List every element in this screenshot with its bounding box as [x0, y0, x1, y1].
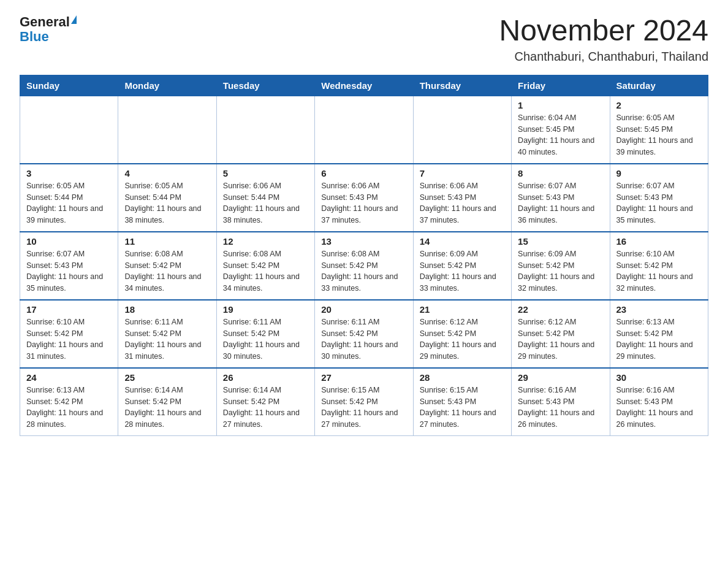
calendar-cell: 13Sunrise: 6:08 AM Sunset: 5:42 PM Dayli… — [315, 232, 413, 300]
cell-day-number: 19 — [223, 304, 308, 315]
cell-day-number: 7 — [420, 168, 505, 178]
calendar-cell: 12Sunrise: 6:08 AM Sunset: 5:42 PM Dayli… — [216, 232, 314, 300]
calendar-cell: 28Sunrise: 6:15 AM Sunset: 5:43 PM Dayli… — [413, 368, 511, 436]
page-header: General Blue November 2024 Chanthaburi, … — [20, 15, 708, 64]
cell-info-text: Sunrise: 6:05 AM Sunset: 5:44 PM Dayligh… — [26, 180, 112, 226]
day-header-thursday: Thursday — [413, 75, 511, 96]
cell-day-number: 26 — [223, 372, 308, 383]
cell-day-number: 20 — [321, 304, 406, 315]
calendar-cell: 25Sunrise: 6:14 AM Sunset: 5:42 PM Dayli… — [118, 368, 216, 436]
cell-info-text: Sunrise: 6:08 AM Sunset: 5:42 PM Dayligh… — [223, 248, 308, 294]
calendar-week-row: 1Sunrise: 6:04 AM Sunset: 5:45 PM Daylig… — [20, 96, 708, 164]
cell-info-text: Sunrise: 6:06 AM Sunset: 5:43 PM Dayligh… — [420, 180, 505, 226]
logo-blue-text: Blue — [20, 29, 49, 44]
calendar-cell: 14Sunrise: 6:09 AM Sunset: 5:42 PM Dayli… — [413, 232, 511, 300]
cell-info-text: Sunrise: 6:07 AM Sunset: 5:43 PM Dayligh… — [616, 180, 702, 226]
cell-day-number: 21 — [420, 304, 505, 315]
cell-info-text: Sunrise: 6:05 AM Sunset: 5:44 PM Dayligh… — [124, 180, 210, 226]
cell-info-text: Sunrise: 6:10 AM Sunset: 5:42 PM Dayligh… — [616, 248, 702, 294]
day-header-saturday: Saturday — [610, 75, 708, 96]
calendar-cell: 16Sunrise: 6:10 AM Sunset: 5:42 PM Dayli… — [610, 232, 708, 300]
cell-info-text: Sunrise: 6:14 AM Sunset: 5:42 PM Dayligh… — [223, 385, 308, 431]
cell-info-text: Sunrise: 6:11 AM Sunset: 5:42 PM Dayligh… — [321, 316, 406, 362]
cell-info-text: Sunrise: 6:16 AM Sunset: 5:43 PM Dayligh… — [616, 385, 702, 431]
cell-day-number: 8 — [518, 168, 603, 178]
calendar-cell — [216, 96, 314, 164]
calendar-cell: 9Sunrise: 6:07 AM Sunset: 5:43 PM Daylig… — [610, 164, 708, 232]
location-title: Chanthaburi, Chanthaburi, Thailand — [499, 50, 708, 64]
calendar-cell: 7Sunrise: 6:06 AM Sunset: 5:43 PM Daylig… — [413, 164, 511, 232]
month-title: November 2024 — [499, 15, 708, 47]
calendar-cell: 3Sunrise: 6:05 AM Sunset: 5:44 PM Daylig… — [20, 164, 118, 232]
logo-general-text: General — [20, 15, 70, 29]
logo: General Blue — [20, 15, 77, 44]
calendar-cell: 22Sunrise: 6:12 AM Sunset: 5:42 PM Dayli… — [512, 300, 610, 368]
calendar-cell: 17Sunrise: 6:10 AM Sunset: 5:42 PM Dayli… — [20, 300, 118, 368]
cell-day-number: 23 — [616, 304, 702, 315]
cell-info-text: Sunrise: 6:13 AM Sunset: 5:42 PM Dayligh… — [26, 385, 112, 431]
cell-day-number: 4 — [124, 168, 210, 178]
cell-info-text: Sunrise: 6:09 AM Sunset: 5:42 PM Dayligh… — [518, 248, 603, 294]
cell-info-text: Sunrise: 6:16 AM Sunset: 5:43 PM Dayligh… — [518, 385, 603, 431]
cell-day-number: 24 — [26, 372, 112, 383]
cell-info-text: Sunrise: 6:15 AM Sunset: 5:43 PM Dayligh… — [420, 385, 505, 431]
cell-day-number: 16 — [616, 236, 702, 247]
cell-info-text: Sunrise: 6:08 AM Sunset: 5:42 PM Dayligh… — [124, 248, 210, 294]
calendar-cell: 2Sunrise: 6:05 AM Sunset: 5:45 PM Daylig… — [610, 96, 708, 164]
cell-info-text: Sunrise: 6:08 AM Sunset: 5:42 PM Dayligh… — [321, 248, 406, 294]
calendar-cell: 21Sunrise: 6:12 AM Sunset: 5:42 PM Dayli… — [413, 300, 511, 368]
calendar-week-row: 10Sunrise: 6:07 AM Sunset: 5:43 PM Dayli… — [20, 232, 708, 300]
cell-day-number: 22 — [518, 304, 603, 315]
title-block: November 2024 Chanthaburi, Chanthaburi, … — [499, 15, 708, 64]
calendar-week-row: 3Sunrise: 6:05 AM Sunset: 5:44 PM Daylig… — [20, 164, 708, 232]
day-header-monday: Monday — [118, 75, 216, 96]
calendar-header-row: SundayMondayTuesdayWednesdayThursdayFrid… — [20, 75, 708, 96]
cell-info-text: Sunrise: 6:07 AM Sunset: 5:43 PM Dayligh… — [26, 248, 112, 294]
calendar-cell: 29Sunrise: 6:16 AM Sunset: 5:43 PM Dayli… — [512, 368, 610, 436]
day-header-wednesday: Wednesday — [315, 75, 413, 96]
calendar-cell — [315, 96, 413, 164]
cell-day-number: 30 — [616, 372, 702, 383]
cell-info-text: Sunrise: 6:06 AM Sunset: 5:43 PM Dayligh… — [321, 180, 406, 226]
calendar-cell: 5Sunrise: 6:06 AM Sunset: 5:44 PM Daylig… — [216, 164, 314, 232]
cell-info-text: Sunrise: 6:11 AM Sunset: 5:42 PM Dayligh… — [124, 316, 210, 362]
cell-day-number: 17 — [26, 304, 112, 315]
calendar-cell: 10Sunrise: 6:07 AM Sunset: 5:43 PM Dayli… — [20, 232, 118, 300]
cell-day-number: 13 — [321, 236, 406, 247]
calendar-table: SundayMondayTuesdayWednesdayThursdayFrid… — [20, 75, 708, 436]
calendar-cell: 27Sunrise: 6:15 AM Sunset: 5:42 PM Dayli… — [315, 368, 413, 436]
cell-info-text: Sunrise: 6:11 AM Sunset: 5:42 PM Dayligh… — [223, 316, 308, 362]
cell-info-text: Sunrise: 6:15 AM Sunset: 5:42 PM Dayligh… — [321, 385, 406, 431]
cell-day-number: 5 — [223, 168, 308, 178]
day-header-tuesday: Tuesday — [216, 75, 314, 96]
calendar-cell: 6Sunrise: 6:06 AM Sunset: 5:43 PM Daylig… — [315, 164, 413, 232]
calendar-cell: 23Sunrise: 6:13 AM Sunset: 5:42 PM Dayli… — [610, 300, 708, 368]
day-header-sunday: Sunday — [20, 75, 118, 96]
cell-day-number: 18 — [124, 304, 210, 315]
calendar-week-row: 17Sunrise: 6:10 AM Sunset: 5:42 PM Dayli… — [20, 300, 708, 368]
cell-info-text: Sunrise: 6:09 AM Sunset: 5:42 PM Dayligh… — [420, 248, 505, 294]
cell-day-number: 29 — [518, 372, 603, 383]
cell-day-number: 1 — [518, 100, 603, 110]
cell-day-number: 25 — [124, 372, 210, 383]
cell-day-number: 9 — [616, 168, 702, 178]
cell-day-number: 2 — [616, 100, 702, 110]
cell-info-text: Sunrise: 6:12 AM Sunset: 5:42 PM Dayligh… — [420, 316, 505, 362]
cell-info-text: Sunrise: 6:05 AM Sunset: 5:45 PM Dayligh… — [616, 112, 702, 158]
calendar-cell: 15Sunrise: 6:09 AM Sunset: 5:42 PM Dayli… — [512, 232, 610, 300]
cell-day-number: 6 — [321, 168, 406, 178]
calendar-cell — [118, 96, 216, 164]
calendar-cell: 11Sunrise: 6:08 AM Sunset: 5:42 PM Dayli… — [118, 232, 216, 300]
cell-day-number: 3 — [26, 168, 112, 178]
cell-day-number: 15 — [518, 236, 603, 247]
cell-info-text: Sunrise: 6:14 AM Sunset: 5:42 PM Dayligh… — [124, 385, 210, 431]
calendar-week-row: 24Sunrise: 6:13 AM Sunset: 5:42 PM Dayli… — [20, 368, 708, 436]
calendar-cell: 8Sunrise: 6:07 AM Sunset: 5:43 PM Daylig… — [512, 164, 610, 232]
calendar-cell: 24Sunrise: 6:13 AM Sunset: 5:42 PM Dayli… — [20, 368, 118, 436]
cell-day-number: 27 — [321, 372, 406, 383]
cell-day-number: 10 — [26, 236, 112, 247]
day-header-friday: Friday — [512, 75, 610, 96]
calendar-cell: 4Sunrise: 6:05 AM Sunset: 5:44 PM Daylig… — [118, 164, 216, 232]
calendar-cell — [413, 96, 511, 164]
cell-day-number: 11 — [124, 236, 210, 247]
